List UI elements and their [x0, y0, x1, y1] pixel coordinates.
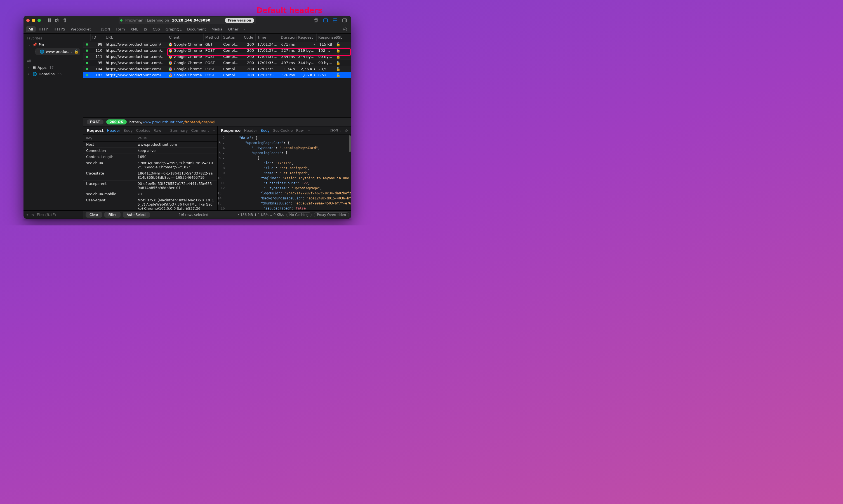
column-method[interactable]: Method	[204, 34, 221, 41]
filter-document[interactable]: Document	[184, 26, 209, 32]
filter-https[interactable]: HTTPS	[51, 26, 68, 32]
header-row[interactable]: Content-Length1650	[83, 154, 217, 160]
no-caching-pill[interactable]: No Caching	[286, 212, 312, 217]
panel-left-icon[interactable]	[322, 18, 329, 22]
sidebar-filter-input[interactable]	[36, 213, 81, 217]
lock-open-icon: 🔓	[74, 50, 78, 54]
tab-header[interactable]: Header	[107, 128, 120, 132]
cell-id: 95	[91, 61, 104, 65]
detail-panes: Request Header Body Cookies Raw Summary …	[83, 126, 351, 210]
body-mode-dropdown[interactable]: JSON ⌄	[330, 129, 341, 132]
column-time[interactable]: Time	[256, 34, 279, 41]
auto-select-button[interactable]: Auto Select	[123, 212, 150, 218]
cell-time: 17:01:34.815	[256, 42, 279, 47]
tab-cookies[interactable]: Cookies	[136, 128, 150, 132]
filter-media[interactable]: Media	[209, 26, 225, 32]
tab-set-cookie[interactable]: Set-Cookie	[273, 128, 292, 132]
panel-bottom-icon[interactable]	[331, 18, 339, 22]
tab-header[interactable]: Header	[244, 128, 257, 132]
filter-other[interactable]: Other	[225, 26, 241, 32]
compose-icon[interactable]	[53, 18, 61, 22]
sidebar-item-apps[interactable]: › ▦ Apps 17	[23, 64, 83, 71]
panel-right-icon[interactable]	[341, 18, 348, 22]
column-status[interactable]: Status	[221, 34, 242, 41]
header-row[interactable]: Hostwww.producthunt.com	[83, 142, 217, 148]
more-icon[interactable]	[341, 27, 349, 32]
table-row[interactable]: 111https://www.producthunt.com/frontend/…	[83, 54, 351, 60]
scrollbar[interactable]	[349, 136, 351, 152]
sidebar-item-domains[interactable]: › 🌐 Domains 55	[23, 71, 83, 77]
column-id[interactable]: ID	[91, 34, 104, 41]
add-icon[interactable]: ＋	[26, 212, 29, 217]
tab-raw[interactable]: Raw	[154, 128, 161, 132]
column-request[interactable]: Request	[297, 34, 317, 41]
table-row[interactable]: 98https://www.producthunt.com/Google Chr…	[83, 41, 351, 48]
table-row[interactable]: 95https://www.producthunt.com/frontend/g…	[83, 60, 351, 66]
proxy-overridden-pill[interactable]: Proxy Overridden	[314, 212, 349, 217]
cell-status: Completed	[221, 73, 242, 77]
chevron-right-icon[interactable]: ›	[243, 27, 245, 31]
windows-icon[interactable]	[312, 18, 320, 22]
add-tab-icon[interactable]: ＋	[307, 128, 311, 133]
pause-icon[interactable]	[45, 18, 53, 22]
tab-comment[interactable]: Comment	[191, 128, 209, 132]
column-url[interactable]: URL	[104, 34, 167, 41]
header-value: keep-alive	[138, 148, 215, 153]
sidebar-item-pin[interactable]: ⌄ 📌 Pin	[23, 41, 83, 48]
filter-xml[interactable]: XML	[128, 26, 141, 32]
chevron-right-icon: ›	[28, 66, 31, 69]
listening-label: Proxyman | Listening on	[125, 18, 169, 22]
table-row[interactable]: 103https://www.producthunt.com/frontend/…	[83, 72, 351, 78]
header-row[interactable]: sec-ch-ua" Not A;Brand";v="99", "Chromiu…	[83, 160, 217, 170]
annotation-label: Default headers	[256, 6, 322, 15]
column-duration[interactable]: Duration	[279, 34, 297, 41]
filter-css[interactable]: CSS	[150, 26, 163, 32]
tab-body[interactable]: Body	[124, 128, 133, 132]
cell-code: 200	[242, 67, 256, 71]
cell-duration: 671 ms	[279, 42, 297, 47]
header-row[interactable]: traceparent00-e2ee5df33f878557b172a4441c…	[83, 181, 217, 191]
filter-http[interactable]: HTTP	[36, 26, 51, 32]
zoom-icon[interactable]	[37, 19, 41, 22]
header-row[interactable]: Connectionkeep-alive	[83, 148, 217, 154]
clear-button[interactable]: Clear	[86, 212, 102, 218]
filter-form[interactable]: Form	[113, 26, 128, 32]
cell-ssl: 🔓	[334, 67, 342, 71]
cell-ssl: 🔓	[334, 42, 342, 47]
sidebar-item-pinned-host[interactable]: › 🌐 www.producthu... 🔓	[35, 48, 80, 55]
trash-icon[interactable]	[61, 18, 69, 22]
column-code[interactable]: Code	[242, 34, 256, 41]
response-pane: Response Header Body Set-Cookie Raw ＋ JS…	[217, 126, 352, 210]
settings-icon[interactable]: ⊚	[345, 128, 348, 132]
column-client[interactable]: Client	[167, 34, 204, 41]
filter-button[interactable]: Filter	[104, 212, 121, 218]
table-row[interactable]: 110https://www.producthunt.com/frontend/…	[83, 48, 351, 54]
add-tab-icon[interactable]: ＋	[212, 128, 216, 133]
header-row[interactable]: sec-ch-ua-mobile?0	[83, 191, 217, 197]
sidebar-footer: ＋ ⊚	[23, 210, 83, 219]
close-icon[interactable]	[26, 19, 30, 22]
column-ssl[interactable]: SSL	[334, 34, 342, 41]
tab-summary[interactable]: Summary	[171, 128, 188, 132]
listening-host: 10.28.146.94:9090	[172, 18, 211, 22]
filter-json[interactable]: JSON	[98, 26, 113, 32]
svg-point-10	[345, 29, 345, 30]
table-row[interactable]: 104https://www.producthunt.com/frontend/…	[83, 66, 351, 72]
json-line: 15 "thumbnailUuid": "ed0e52ef-99ae-4503-…	[218, 201, 352, 206]
filter-js[interactable]: JS	[141, 26, 150, 32]
header-row[interactable]: tracestate1864113@nr=0-1-1864113-5943378…	[83, 170, 217, 181]
filter-websocket[interactable]: WebSocket	[68, 26, 94, 32]
filter-graphql[interactable]: GraphQL	[163, 26, 184, 32]
minimize-icon[interactable]	[32, 19, 35, 22]
filter-all[interactable]: All	[26, 26, 36, 32]
svg-rect-7	[343, 19, 346, 22]
tab-body[interactable]: Body	[261, 128, 270, 132]
cell-id: 98	[91, 42, 104, 47]
chrome-icon	[169, 42, 172, 47]
tab-raw[interactable]: Raw	[296, 128, 303, 132]
grid-icon: ▦	[33, 66, 36, 70]
header-row[interactable]: User-AgentMozilla/5.0 (Macintosh; Intel …	[83, 197, 217, 210]
status-dot-icon	[86, 74, 88, 76]
column-response[interactable]: Response	[317, 34, 334, 41]
cell-time: 17:01:35.723	[256, 73, 279, 77]
